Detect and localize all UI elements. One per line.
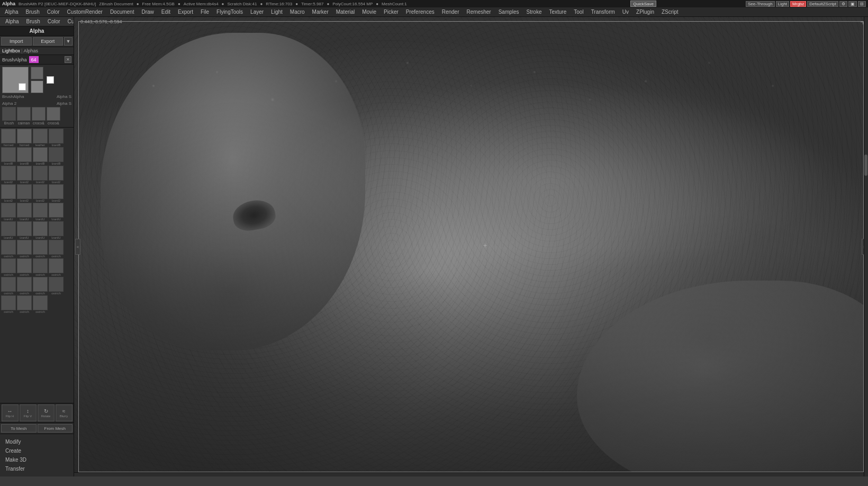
alpha-cell-lzard2-4[interactable]: lzard2 xyxy=(49,166,64,184)
see-through-btn[interactable]: See-Through xyxy=(746,1,775,7)
menu-macro[interactable]: Macro xyxy=(288,7,306,16)
alpha-cell-ostrich2[interactable]: ostrich xyxy=(17,240,32,258)
brush-alpha-close[interactable]: ✕ xyxy=(65,56,71,63)
alpha-cell-lzardB2[interactable]: lzardB xyxy=(1,147,16,165)
sub-renderrender[interactable]: CustomRend... xyxy=(66,19,74,24)
alpha-cell-lzardU3[interactable]: lzardU xyxy=(33,203,48,221)
alpha-icon-croco2[interactable]: croco& xyxy=(47,107,60,125)
to-mesh-button[interactable]: To Mesh xyxy=(1,424,37,433)
alpha-cell-lzard2-6[interactable]: lzard2 xyxy=(17,184,32,202)
alpha-cell-lzardU5[interactable]: lzardU xyxy=(1,221,16,239)
alpha-icon-caiman[interactable]: caiman xyxy=(17,107,31,125)
import-export-arrow[interactable]: ▼ xyxy=(64,37,73,46)
menu-document[interactable]: Document xyxy=(108,7,136,16)
alpha-cell-ostrich10[interactable]: ostrich xyxy=(17,277,32,295)
alpha-cell-ostrich15[interactable]: ostrich xyxy=(33,295,48,313)
quicksave-button[interactable]: QuickSave xyxy=(630,1,656,7)
alpha-cell-lzardU4[interactable]: lzardU xyxy=(49,203,64,221)
alpha-cell-ostrich14[interactable]: ostrich xyxy=(17,295,32,313)
alpha-cell-lzardU6[interactable]: lzardU xyxy=(17,221,32,239)
sub-brush[interactable]: Brush xyxy=(24,19,42,24)
menu-layer[interactable]: Layer xyxy=(249,7,265,16)
create-action[interactable]: Create xyxy=(2,446,71,455)
right-scrollbar[interactable] xyxy=(864,17,868,476)
right-scrollbar-thumb[interactable] xyxy=(864,155,867,176)
alpha-cell-lzard2-3[interactable]: lzard2 xyxy=(33,166,48,184)
menu-picker[interactable]: Picker xyxy=(382,7,400,16)
menu-movie[interactable]: Movie xyxy=(360,7,378,16)
menu-edit[interactable]: Edit xyxy=(160,7,172,16)
flip-h-button[interactable]: ↔ Flip H xyxy=(2,404,19,421)
alpha-cell-lzard2-7[interactable]: lzard2 xyxy=(33,184,48,202)
alpha-cell-lzardB4[interactable]: lzardB xyxy=(33,147,48,165)
alpha-icon-croco1[interactable]: croco& xyxy=(32,107,46,125)
top-icon-3[interactable]: ⊟ xyxy=(858,1,866,7)
alpha-cell-horned2[interactable]: horned xyxy=(17,129,32,147)
menu-draw[interactable]: Draw xyxy=(140,7,155,16)
alpha-icon-brush[interactable]: Brush xyxy=(2,107,16,125)
make3d-action[interactable]: Make 3D xyxy=(2,455,71,464)
flip-v-button[interactable]: ↕ Flip V xyxy=(20,404,37,421)
menu-remesher[interactable]: Remesher xyxy=(465,7,493,16)
alpha-cell-ostrich9[interactable]: ostrich xyxy=(1,277,16,295)
export-button[interactable]: Export xyxy=(33,37,64,46)
menu-export[interactable]: Export xyxy=(176,7,195,16)
menu-samples[interactable]: Samples xyxy=(497,7,521,16)
alpha-cell-ostrich3[interactable]: ostrich xyxy=(33,240,48,258)
sub-color[interactable]: Color xyxy=(46,19,62,24)
from-mesh-button[interactable]: From Mesh xyxy=(38,424,73,433)
transfer-action[interactable]: Transfer xyxy=(2,464,71,473)
alpha-cell-ostrich7[interactable]: ostrich xyxy=(33,258,48,276)
alpha-cell-lzard2-5[interactable]: lzard2 xyxy=(1,184,16,202)
lightbox-tab[interactable]: Lightbox xyxy=(2,48,20,53)
alpha-preview-small-1[interactable] xyxy=(31,67,43,79)
menu-color[interactable]: Color xyxy=(46,7,61,16)
blurry-button[interactable]: ≈ Blurry xyxy=(56,404,73,421)
top-icon-1[interactable]: ⚙ xyxy=(839,1,847,7)
menu-uv[interactable]: Uv xyxy=(621,7,630,16)
alpha-cell-ostrich11[interactable]: ostrich xyxy=(33,277,48,295)
mrgbz-btn[interactable]: Mrgbz xyxy=(790,1,806,7)
alpha-cell-ostrich13[interactable]: ostrich xyxy=(1,295,16,313)
menu-material[interactable]: Material xyxy=(334,7,357,16)
menu-tool[interactable]: Tool xyxy=(572,7,585,16)
defaultzscript-btn[interactable]: DefaultZScript xyxy=(807,1,838,7)
alpha-cell-leather[interactable]: leather xyxy=(33,129,48,147)
alpha-cell-lzardU1[interactable]: lzardU xyxy=(1,203,16,221)
menu-brush[interactable]: Brush xyxy=(24,7,41,16)
sub-alpha[interactable]: Alpha xyxy=(3,19,21,24)
alpha-cell-lzard2-8[interactable]: lzard2 xyxy=(49,184,64,202)
brush-alpha-value[interactable]: 64 xyxy=(29,56,39,63)
alpha-cell-lzardU2[interactable]: lzardU xyxy=(17,203,32,221)
menu-stroke[interactable]: Stroke xyxy=(525,7,544,16)
alpha-cell-lzardU8[interactable]: lzardU xyxy=(49,221,64,239)
menu-alpha[interactable]: Alpha xyxy=(3,7,20,16)
menu-customrender[interactable]: CustomRender xyxy=(66,7,104,16)
menu-transform[interactable]: Transform xyxy=(590,7,617,16)
modify-action[interactable]: Modify xyxy=(2,437,71,446)
viewport-collapse-left-button[interactable]: < xyxy=(75,239,80,255)
menu-light[interactable]: Light xyxy=(269,7,284,16)
alpha-cell-ostrich1[interactable]: ostrich xyxy=(1,240,16,258)
rotate-button[interactable]: ↻ Rotate xyxy=(38,404,55,421)
alpha-preview-main[interactable] xyxy=(2,67,29,93)
light-btn[interactable]: Light xyxy=(776,1,789,7)
import-button[interactable]: Import xyxy=(1,37,32,46)
alpha-cell-ostrich5[interactable]: ostrich xyxy=(1,258,16,276)
alpha-cell-lzardB5[interactable]: lzardB xyxy=(49,147,64,165)
menu-flyingtools[interactable]: FlyingTools xyxy=(215,7,245,16)
menu-file[interactable]: File xyxy=(199,7,211,16)
menu-zplugin[interactable]: ZPlugin xyxy=(635,7,656,16)
alpha-preview-small-2[interactable] xyxy=(31,80,43,93)
menu-zscript[interactable]: ZScript xyxy=(660,7,680,16)
alpha-cell-lzard2-1[interactable]: lzard2 xyxy=(1,166,16,184)
alphas-tab[interactable]: Alphas xyxy=(23,48,38,53)
alpha-cell-ostrich4[interactable]: ostrich xyxy=(49,240,64,258)
alpha-cell-ostrich12[interactable]: ostrich xyxy=(49,277,64,295)
bottom-scrollbar[interactable] xyxy=(74,472,864,476)
menu-texture[interactable]: Texture xyxy=(547,7,568,16)
alpha-cell-lzard2-2[interactable]: lzard2 xyxy=(17,166,32,184)
menu-render[interactable]: Render xyxy=(440,7,461,16)
alpha-cell-horned1[interactable]: horned xyxy=(1,129,16,147)
alpha-cell-ostrich8[interactable]: ostrich xyxy=(49,258,64,276)
